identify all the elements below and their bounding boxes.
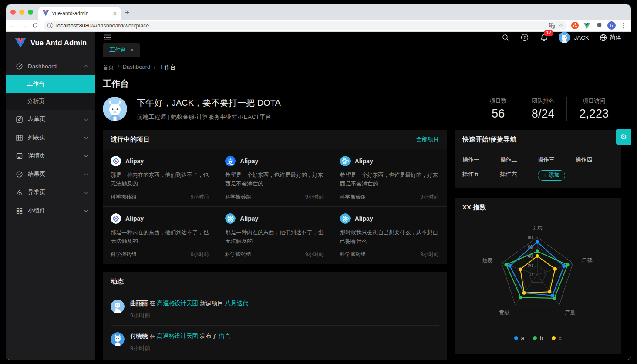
sidebar-item-analysis[interactable]: 分析页	[6, 93, 95, 110]
zoom-window-button[interactable]	[28, 10, 33, 15]
sidebar-item-dashboard[interactable]: Dashboard	[6, 57, 95, 75]
reload-button[interactable]	[30, 21, 40, 30]
quicknav-link[interactable]: 操作五	[462, 170, 500, 181]
vue-devtools-icon[interactable]	[583, 22, 591, 30]
stats-row: 项目数 56 团队排名 8/24 项目访问 2,223	[478, 97, 621, 121]
radar-chart: 020406080引用口碑产量贡献热度 abc	[455, 217, 621, 354]
close-window-button[interactable]	[10, 10, 16, 15]
sidebar-item-exception[interactable]: 异常页	[6, 183, 95, 202]
language-label: 简体	[610, 34, 621, 41]
react-logo-icon	[340, 156, 351, 166]
project-title[interactable]: Alipay	[240, 158, 258, 165]
page-tab-close-icon[interactable]: ×	[131, 47, 134, 53]
username: JACK	[574, 34, 589, 41]
svg-text:0: 0	[530, 272, 533, 277]
breadcrumb-home[interactable]: 首页	[103, 64, 114, 71]
back-button[interactable]: ←	[9, 21, 19, 30]
site-info-icon[interactable]: i	[47, 23, 53, 28]
legend-item[interactable]: a	[514, 335, 524, 341]
chevron-down-icon	[84, 208, 88, 212]
project-card[interactable]: Alipay那是一种内在的东西，他们到达不了，也无法触及的科学搬砖组9小时前	[103, 149, 217, 207]
dashboard-icon	[16, 63, 23, 70]
svg-text:口碑: 口碑	[582, 257, 593, 263]
radar-title: XX 指数	[462, 203, 613, 212]
project-title[interactable]: Alipay	[125, 215, 144, 222]
add-button[interactable]: +添加	[538, 170, 565, 181]
legend-item[interactable]: b	[533, 335, 543, 341]
project-card[interactable]: Alipay那时候我只会想自己想要什么，从不想自己拥有什么科学搬砖组9小时前	[332, 207, 447, 264]
bookmark-star-icon[interactable]: ☆	[558, 22, 563, 29]
app-root: Vue Antd Admin Dashboard 工作台 分析页	[6, 32, 631, 360]
quicknav-link[interactable]: 操作二	[500, 156, 538, 164]
quicknav-title: 快速开始/便捷导航	[462, 135, 613, 144]
target-link[interactable]: 留言	[219, 333, 231, 339]
breadcrumb-dashboard[interactable]: Dashboard	[123, 64, 151, 71]
sidebar-item-detail[interactable]: 详情页	[6, 147, 95, 165]
user-avatar-large	[103, 97, 127, 121]
project-group[interactable]: 科学搬砖组	[340, 193, 366, 201]
team-link[interactable]: 高逼格设计天团	[157, 333, 199, 339]
browser-tab[interactable]: vue-antd-admin ×	[38, 7, 121, 20]
all-projects-link[interactable]: 全部项目	[416, 135, 439, 143]
legend-item[interactable]: c	[552, 335, 562, 341]
project-desc: 希望是一个好东西，也许是最好的，好东西是不会消亡的	[225, 171, 324, 188]
project-group[interactable]: 科学搬砖组	[340, 251, 366, 258]
theme-settings-button[interactable]: ⚙	[616, 129, 631, 145]
notification-badge: 12	[544, 30, 553, 36]
quicknav-link[interactable]: 操作六	[500, 170, 538, 181]
project-title[interactable]: Alipay	[355, 158, 373, 165]
chrome-profile-avatar[interactable]: h	[607, 21, 616, 30]
quicknav-link[interactable]: 操作三	[538, 156, 576, 164]
project-group[interactable]: 科学搬砖组	[225, 193, 251, 201]
browser-tabstrip: vue-antd-admin × +	[6, 4, 631, 20]
page-tab-workplace[interactable]: 工作台 ×	[103, 43, 140, 57]
activity-list: 曲丽丽 在 高逼格设计天团 新建项目 八月迭代 9小时前	[103, 291, 447, 360]
sidebar-item-label: 小组件	[28, 207, 79, 215]
help-icon[interactable]: ?	[520, 33, 529, 42]
sidebar-item-widgets[interactable]: 小组件	[6, 202, 95, 220]
minimize-window-button[interactable]	[19, 10, 24, 15]
screen: vue-antd-admin × + ← → i localhost:8080/…	[0, 0, 637, 364]
target-link[interactable]: 八月迭代	[225, 300, 249, 307]
sidebar-item-label: 异常页	[28, 189, 79, 196]
radar-svg: 020406080引用口碑产量贡献热度	[455, 222, 620, 331]
activity-time: 9小时前	[130, 344, 231, 352]
sidebar-menu: Dashboard 工作台 分析页 表单页	[6, 57, 95, 220]
sidebar-item-list[interactable]: 列表页	[6, 128, 95, 147]
chevron-down-icon	[84, 172, 88, 176]
chrome-menu-icon[interactable]: ⋮	[620, 22, 627, 30]
search-icon[interactable]	[501, 33, 510, 42]
project-group[interactable]: 科学搬砖组	[225, 251, 251, 258]
quicknav-link[interactable]: 操作一	[462, 156, 500, 164]
project-title[interactable]: Alipay	[240, 215, 258, 222]
team-link[interactable]: 高逼格设计天团	[157, 300, 199, 307]
project-card[interactable]: Alipay那是一种内在的东西，他们到达不了，也无法触及的科学搬砖组9小时前	[217, 207, 332, 264]
chevron-down-icon	[84, 153, 88, 158]
tab-close-icon[interactable]: ×	[113, 10, 117, 17]
language-switcher[interactable]: 简体	[600, 34, 621, 41]
new-tab-button[interactable]: +	[121, 7, 133, 19]
address-bar[interactable]: i localhost:8080/#/dashboard/workplace A…	[44, 21, 567, 30]
sidebar-item-form[interactable]: 表单页	[6, 110, 95, 128]
project-card[interactable]: Alipay那是一种内在的东西，他们到达不了，也无法触及的科学搬砖组9小时前	[103, 207, 217, 264]
project-group[interactable]: 科学搬砖组	[111, 193, 137, 201]
project-desc: 希望是一个好东西，也许是最好的，好东西是不会消亡的	[340, 171, 439, 188]
extension-orange-icon[interactable]	[571, 22, 579, 30]
project-group[interactable]: 科学搬砖组	[111, 251, 137, 258]
quicknav-link[interactable]: 操作四	[576, 156, 613, 164]
profile-icon	[16, 153, 23, 159]
user-menu[interactable]: JACK	[559, 32, 589, 43]
sidebar-item-result[interactable]: 结果页	[6, 165, 95, 183]
project-title[interactable]: Alipay	[355, 215, 373, 222]
project-title[interactable]: Alipay	[125, 158, 144, 165]
menu-fold-icon[interactable]	[103, 34, 111, 41]
notifications-bell-icon[interactable]: 12	[539, 33, 548, 42]
forward-button[interactable]: →	[19, 21, 30, 30]
sidebar-item-workplace[interactable]: 工作台	[6, 75, 95, 93]
app-logo[interactable]: Vue Antd Admin	[6, 32, 95, 54]
project-card[interactable]: Alipay希望是一个好东西，也许是最好的，好东西是不会消亡的科学搬砖组9小时前	[332, 149, 447, 207]
project-card[interactable]: Alipay希望是一个好东西，也许是最好的，好东西是不会消亡的科学搬砖组9小时前	[217, 149, 332, 207]
translate-icon[interactable]: A	[549, 23, 555, 29]
quicknav-panel: 快速开始/便捷导航 操作一 操作二 操作三 操作四 操作五 操作六 +添加	[455, 130, 621, 188]
extensions-puzzle-icon[interactable]	[595, 22, 603, 30]
